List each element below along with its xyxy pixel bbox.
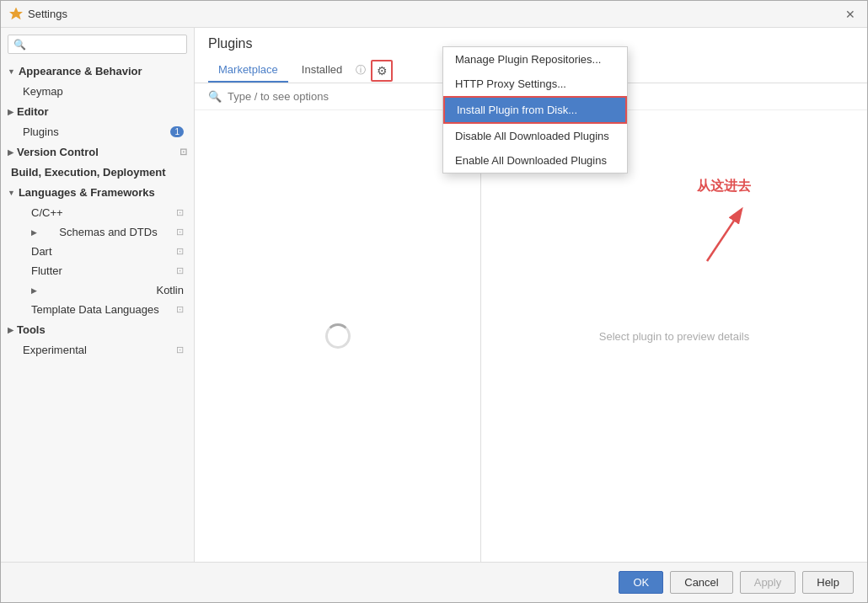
settings-dialog: Settings ✕ 🔍 ▼ Appearance & Behavior Key… — [0, 0, 868, 603]
close-button[interactable]: ✕ — [842, 6, 859, 23]
dialog-footer: OK Cancel Apply Help — [1, 562, 867, 602]
flutter-page-icon: ⊡ — [176, 265, 184, 276]
expand-arrow-tools: ▶ — [8, 326, 13, 334]
sidebar-item-cpp[interactable]: C/C++ ⊡ — [1, 203, 194, 222]
schemas-page-icon: ⊡ — [176, 227, 184, 237]
dialog-title: Settings — [28, 8, 67, 20]
sidebar-item-schemas[interactable]: ▶ Schemas and DTDs ⊡ — [1, 222, 194, 242]
sidebar-item-editor-label: Editor — [17, 105, 49, 118]
annotation-container: 从这进去 — [690, 178, 758, 269]
title-bar-left: Settings — [9, 8, 67, 21]
help-button[interactable]: Help — [802, 571, 854, 594]
sidebar-item-cpp-label: C/C++ — [31, 206, 63, 219]
gear-button[interactable]: ⚙ — [371, 60, 393, 82]
sidebar-item-build-label: Build, Execution, Deployment — [11, 166, 165, 179]
search-icon: 🔍 — [13, 39, 26, 51]
dropdown-menu: Manage Plugin Repositories... HTTP Proxy… — [442, 46, 628, 173]
sidebar-item-tools[interactable]: ▶ Tools — [1, 319, 194, 340]
sidebar-item-tools-label: Tools — [17, 323, 46, 336]
sidebar-item-flutter-label: Flutter — [31, 264, 62, 277]
annotation-arrow — [690, 202, 758, 269]
sidebar-search-input[interactable] — [29, 38, 181, 51]
sidebar-search-box[interactable]: 🔍 — [8, 35, 187, 54]
sidebar-item-build[interactable]: Build, Execution, Deployment — [1, 163, 194, 182]
sidebar-item-template[interactable]: Template Data Languages ⊡ — [1, 300, 194, 319]
plugins-list-area: 从这进去 Select plugin to preview details — [195, 110, 867, 562]
select-plugin-text: Select plugin to preview details — [599, 330, 750, 343]
tab-marketplace[interactable]: Marketplace — [208, 58, 288, 83]
svg-line-0 — [707, 211, 741, 261]
dropdown-item-enable-all[interactable]: Enable All Downloaded Plugins — [443, 148, 627, 173]
dropdown-item-http-proxy[interactable]: HTTP Proxy Settings... — [443, 72, 627, 96]
sidebar-item-schemas-label: Schemas and DTDs — [59, 226, 157, 238]
expand-arrow-editor: ▶ — [8, 108, 13, 116]
sidebar-item-experimental[interactable]: Experimental ⊡ — [1, 340, 194, 360]
sidebar-item-experimental-label: Experimental — [23, 344, 87, 356]
sidebar-item-version-control[interactable]: ▶ Version Control ⊡ — [1, 141, 194, 163]
expand-arrow: ▼ — [8, 67, 15, 76]
sidebar-item-dart-label: Dart — [31, 245, 52, 258]
sidebar-item-appearance[interactable]: ▼ Appearance & Behavior — [1, 61, 194, 82]
dropdown-item-disable-all[interactable]: Disable All Downloaded Plugins — [443, 124, 627, 148]
sidebar-item-editor[interactable]: ▶ Editor — [1, 101, 194, 122]
tab-installed[interactable]: Installed — [292, 58, 352, 83]
sidebar-item-plugins-label: Plugins — [23, 125, 59, 138]
expand-arrow-vc: ▶ — [8, 148, 13, 157]
info-icon[interactable]: ⓘ — [356, 63, 366, 77]
sidebar-item-keymap-label: Keymap — [23, 85, 63, 98]
sidebar-item-keymap[interactable]: Keymap — [1, 82, 194, 101]
annotation-text: 从这进去 — [697, 178, 751, 195]
sidebar-item-kotlin[interactable]: ▶ Kotlin — [1, 280, 194, 300]
vc-page-icon: ⊡ — [179, 147, 187, 157]
sidebar-item-flutter[interactable]: Flutter ⊡ — [1, 261, 194, 280]
sidebar: 🔍 ▼ Appearance & Behavior Keymap ▶ Edito… — [1, 28, 195, 562]
sidebar-item-dart[interactable]: Dart ⊡ — [1, 242, 194, 261]
app-icon — [9, 8, 23, 21]
dart-page-icon: ⊡ — [176, 246, 184, 257]
loading-spinner — [325, 323, 351, 349]
sidebar-item-version-control-label: Version Control — [17, 146, 99, 158]
sidebar-item-languages[interactable]: ▼ Languages & Frameworks — [1, 182, 194, 203]
cancel-button[interactable]: Cancel — [670, 571, 732, 594]
experimental-page-icon: ⊡ — [176, 344, 184, 355]
apply-button[interactable]: Apply — [740, 571, 796, 594]
plugins-badge: 1 — [170, 126, 184, 137]
sidebar-item-kotlin-label: Kotlin — [156, 284, 184, 296]
sidebar-item-template-label: Template Data Languages — [31, 303, 159, 316]
sidebar-item-languages-label: Languages & Frameworks — [19, 186, 155, 199]
plugins-right-panel: 从这进去 Select plugin to preview details — [481, 110, 867, 562]
main-content: Plugins Marketplace Installed ⓘ ⚙ — [195, 28, 867, 562]
dialog-body: 🔍 ▼ Appearance & Behavior Keymap ▶ Edito… — [1, 28, 867, 562]
expand-arrow-lang: ▼ — [8, 189, 15, 197]
schemas-arrow: ▶ — [31, 228, 37, 237]
kotlin-arrow: ▶ — [31, 286, 37, 295]
sidebar-item-plugins[interactable]: Plugins 1 — [1, 122, 194, 141]
sidebar-item-appearance-label: Appearance & Behavior — [19, 65, 142, 77]
title-bar: Settings ✕ — [1, 1, 867, 28]
dropdown-item-manage-repos[interactable]: Manage Plugin Repositories... — [443, 47, 627, 72]
cpp-page-icon: ⊡ — [176, 207, 184, 218]
template-page-icon: ⊡ — [176, 304, 184, 315]
ok-button[interactable]: OK — [619, 571, 663, 594]
plugins-left-panel — [195, 110, 481, 562]
dropdown-item-install-disk[interactable]: Install Plugin from Disk... — [443, 96, 627, 124]
